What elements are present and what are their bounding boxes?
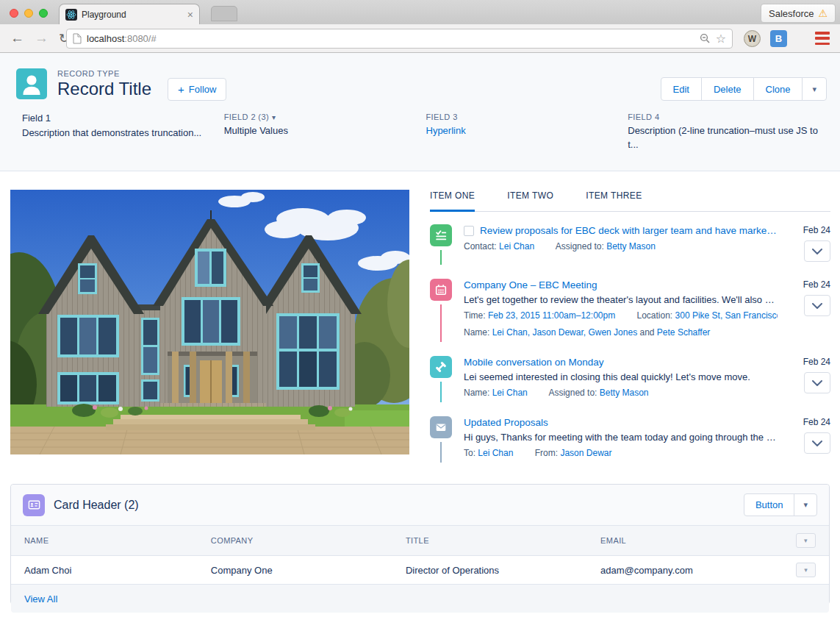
field-4-value: Description (2-line truncation–must use … xyxy=(628,124,818,152)
timeline-item-event: Company One – EBC Meeting Let's get toge… xyxy=(430,279,830,356)
highlights-panel: Field 1 Description that demonstrates tr… xyxy=(0,113,840,152)
chevron-down-icon xyxy=(812,303,822,309)
timeline-item-call: Mobile conversation on Monday Lei seemed… xyxy=(430,356,830,416)
url-host: localhost xyxy=(87,33,124,44)
card-button[interactable]: Button xyxy=(744,493,795,516)
view-all-link[interactable]: View All xyxy=(24,593,57,604)
email-title-link[interactable]: Updated Proposals xyxy=(464,417,548,428)
sender-link[interactable]: Jason Dewar xyxy=(560,448,611,458)
field-1: Field 1 Description that demonstrates tr… xyxy=(22,113,212,152)
maximize-window-button[interactable] xyxy=(39,9,48,18)
log-a-call-icon xyxy=(430,356,452,378)
chevron-down-icon: ▾ xyxy=(272,113,276,121)
column-company[interactable]: COMPANY xyxy=(198,526,392,556)
minimize-window-button[interactable] xyxy=(24,9,33,18)
expand-item-button[interactable] xyxy=(804,372,830,393)
field-4-label: FIELD 4 xyxy=(628,113,818,121)
row-actions-button[interactable]: ▾ xyxy=(796,563,816,577)
event-icon xyxy=(430,279,452,301)
contact-card-icon xyxy=(23,494,45,516)
tab-close-icon[interactable]: × xyxy=(187,10,193,20)
task-meta: Contact: Lei Chan Assigned to: Betty Mas… xyxy=(464,240,778,253)
zoom-out-icon[interactable] xyxy=(700,33,711,44)
event-location-link[interactable]: 300 Pike St, San Francisco CA xyxy=(675,310,778,321)
attendee-link[interactable]: Pete Schaffer xyxy=(657,327,711,338)
browser-tab-playground[interactable]: Playground × xyxy=(59,4,200,24)
task-title-link[interactable]: Review proposals for EBC deck with large… xyxy=(480,225,778,236)
url-bar[interactable]: localhost:8080/# ☆ xyxy=(66,29,733,49)
related-list-table: NAME COMPANY TITLE EMAIL ▾ Adam Choi Com… xyxy=(11,525,829,585)
timeline-date: Feb 24 xyxy=(803,417,830,427)
timeline-connector xyxy=(440,382,442,402)
card-footer: View All xyxy=(11,585,829,613)
b-extension-icon[interactable]: B xyxy=(770,30,787,47)
field-2: FIELD 2 (3)▾ Multiple Values xyxy=(224,113,414,152)
card-more-button[interactable]: ▾ xyxy=(794,493,817,516)
timeline-date: Feb 24 xyxy=(803,357,830,367)
contact-link[interactable]: Lei Chan xyxy=(499,241,534,252)
cell-email: adam@company.com xyxy=(587,556,783,585)
cell-title: Director of Operations xyxy=(392,556,587,585)
email-description: Hi guys, Thanks for meeting with the tea… xyxy=(464,432,778,443)
follow-button[interactable]: + Follow xyxy=(168,78,226,101)
related-list-card: Card Header (2) Button ▾ NAME COMPANY TI… xyxy=(10,484,830,604)
url-text[interactable]: localhost:8080/# xyxy=(87,33,694,44)
event-meta-row-2: Name: Lei Chan, Jason Dewar, Gwen Jones … xyxy=(464,326,778,339)
assignee-link[interactable]: Betty Mason xyxy=(600,388,649,398)
event-description: Let's get together to review the theater… xyxy=(464,294,778,305)
timeline-connector xyxy=(440,250,442,265)
contact-link[interactable]: Lei Chan xyxy=(492,388,528,398)
header-actions-button[interactable]: ▾ xyxy=(796,533,816,548)
column-name[interactable]: NAME xyxy=(11,526,198,556)
event-time-link[interactable]: Feb 23, 2015 11:00am–12:00pm xyxy=(488,310,615,321)
field-1-value: Description that demonstrates truncation… xyxy=(22,126,212,140)
back-button[interactable]: ← xyxy=(10,30,24,46)
browser-menu-icon[interactable] xyxy=(815,32,830,45)
column-title[interactable]: TITLE xyxy=(392,526,587,556)
inactive-tab-stub[interactable] xyxy=(211,6,237,21)
record-header: RECORD TYPE Record Title + Follow Edit D… xyxy=(0,53,840,171)
field-3-label: FIELD 3 xyxy=(426,113,617,121)
tab-item-one[interactable]: ITEM ONE xyxy=(430,183,475,212)
delete-button[interactable]: Delete xyxy=(701,77,754,101)
timeline-item-task: Review proposals for EBC deck with large… xyxy=(430,224,830,279)
more-actions-button[interactable]: ▾ xyxy=(802,77,827,101)
assignee-link[interactable]: Betty Mason xyxy=(606,241,656,252)
w-extension-icon[interactable]: W xyxy=(744,30,761,47)
tab-item-two[interactable]: ITEM TWO xyxy=(507,183,553,212)
window-controls[interactable] xyxy=(10,9,48,18)
call-title-link[interactable]: Mobile conversation on Monday xyxy=(464,357,604,368)
clone-button[interactable]: Clone xyxy=(753,77,803,101)
timeline-connector xyxy=(440,442,442,463)
recipient-link[interactable]: Lei Chan xyxy=(478,448,513,458)
task-checkbox[interactable] xyxy=(464,226,474,236)
table-row[interactable]: Adam Choi Company One Director of Operat… xyxy=(11,556,829,585)
event-title-link[interactable]: Company One – EBC Meeting xyxy=(464,279,597,290)
activity-timeline: Review proposals for EBC deck with large… xyxy=(430,224,830,492)
bookmark-label: Salesforce xyxy=(769,8,814,19)
page-title: Record Title xyxy=(57,79,151,99)
follow-button-label: Follow xyxy=(189,84,217,95)
field-2-label[interactable]: FIELD 2 (3)▾ xyxy=(224,113,414,121)
expand-item-button[interactable] xyxy=(804,240,830,262)
salesforce-bookmark-button[interactable]: Salesforce ⚠ xyxy=(761,4,836,23)
table-header-row: NAME COMPANY TITLE EMAIL ▾ xyxy=(11,526,829,556)
forward-button[interactable]: → xyxy=(35,30,49,46)
edit-button[interactable]: Edit xyxy=(661,77,702,101)
email-meta: To: Lei Chan From: Jason Dewar xyxy=(464,446,778,460)
tab-item-three[interactable]: ITEM THREE xyxy=(586,183,642,212)
expand-item-button[interactable] xyxy=(804,432,830,454)
field-2-value: Multiple Values xyxy=(224,124,414,138)
timeline-item-email: Updated Proposals Hi guys, Thanks for me… xyxy=(430,416,830,492)
attendees-link[interactable]: Lei Chan, Jason Dewar, Gwen Jones xyxy=(492,327,637,338)
expand-item-button[interactable] xyxy=(804,295,830,316)
field-3-value[interactable]: Hyperlink xyxy=(426,124,617,138)
cell-company: Company One xyxy=(198,556,392,585)
event-meta-row-1: Time: Feb 23, 2015 11:00am–12:00pm Locat… xyxy=(464,309,778,322)
card-title: Card Header (2) xyxy=(54,499,139,512)
column-email[interactable]: EMAIL xyxy=(587,526,783,556)
tab-bar: ITEM ONE ITEM TWO ITEM THREE xyxy=(430,183,830,212)
task-icon xyxy=(430,224,452,246)
bookmark-star-icon[interactable]: ☆ xyxy=(716,32,726,46)
close-window-button[interactable] xyxy=(10,9,18,18)
